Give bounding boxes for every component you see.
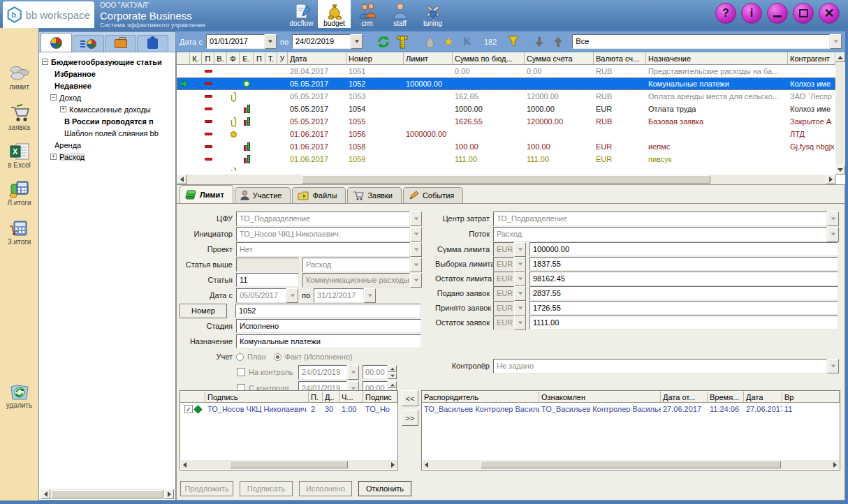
- table-row[interactable]: 05.05.20171053 162.65 12000.00RUB Оплата…: [177, 90, 835, 103]
- limit-sum-currency-select[interactable]: EUR: [493, 242, 526, 257]
- cost-center-value[interactable]: ТО_Подразделение: [493, 212, 827, 226]
- header-cell-purpose[interactable]: Назначение: [646, 52, 788, 65]
- header-cell-time2[interactable]: Вр: [782, 391, 840, 403]
- flow-value[interactable]: Расход: [493, 227, 827, 242]
- header-cell-t[interactable]: Т.: [265, 52, 277, 65]
- limit-date-from-picker[interactable]: 05/05/2017: [236, 288, 298, 303]
- dropdown-arrow-icon[interactable]: [410, 273, 422, 288]
- limit-date-from-value[interactable]: 05/05/2017: [236, 288, 286, 303]
- dropdown-arrow-icon[interactable]: [514, 301, 526, 316]
- signature-row[interactable]: ✓ ТО_Носов ЧКЦ Николаевич 2 30 1:00 ТО_Н…: [180, 403, 397, 415]
- hot-filter-button[interactable]: [422, 36, 437, 48]
- purpose-field[interactable]: Комунальные платежи: [236, 334, 421, 348]
- project-value[interactable]: Нет: [236, 242, 410, 257]
- table-row[interactable]: 05.05.20171055 1626.55 120000.00RUB Базо…: [177, 115, 835, 128]
- header-cell-h[interactable]: Ч...: [339, 391, 363, 403]
- collapse-icon[interactable]: −: [42, 59, 48, 65]
- article-name-select[interactable]: Коммуникационные расходы: [302, 273, 422, 288]
- filter-button[interactable]: [506, 36, 521, 47]
- header-cell-f[interactable]: Ф: [227, 52, 240, 65]
- requests-submitted-currency-select[interactable]: EUR: [493, 286, 526, 301]
- tree-tab-reports[interactable]: [73, 35, 104, 52]
- project-select[interactable]: Нет: [236, 242, 422, 257]
- header-cell-time[interactable]: Время...: [708, 391, 744, 403]
- article-above-flow-value[interactable]: Расход: [302, 258, 410, 272]
- tree-node-merge-template[interactable]: Шаблон полей слияния bb: [42, 127, 174, 139]
- tree-node-root[interactable]: − Бюджетообразующие статьи: [42, 56, 174, 68]
- header-cell-acknowledged[interactable]: Ознакомлен: [539, 391, 661, 403]
- limit-usage-currency-select[interactable]: EUR: [493, 257, 526, 272]
- plan-radio[interactable]: [236, 353, 244, 361]
- dropdown-arrow-icon[interactable]: [514, 286, 526, 301]
- date-from-value[interactable]: 01/01/2017: [206, 34, 265, 49]
- dropdown-arrow-icon[interactable]: [286, 288, 298, 303]
- on-control-checkbox[interactable]: [237, 368, 245, 376]
- header-cell-date[interactable]: Дата: [744, 391, 782, 403]
- header-cell-contragent[interactable]: Контрагент: [788, 52, 835, 65]
- table-horizontal-scrollbar[interactable]: [177, 175, 835, 184]
- fact-radio[interactable]: [274, 353, 282, 361]
- controller-value[interactable]: Не задано: [493, 359, 827, 373]
- table-row[interactable]: 01.06.20171056 1000000.00 ЛТД: [177, 128, 835, 140]
- requests-submitted-field[interactable]: 2837.55: [529, 286, 838, 300]
- reject-button[interactable]: Отклонить: [358, 481, 411, 496]
- header-cell-manager[interactable]: Распорядитель: [422, 391, 539, 403]
- scrollbar-thumb[interactable]: [481, 461, 780, 468]
- sidebar-item-delete[interactable]: удалить: [0, 383, 38, 409]
- scroll-right-button[interactable]: [164, 489, 174, 499]
- table-row[interactable]: 05.05.20171054 1000.00 1000.00EUR Отлата…: [177, 103, 835, 115]
- header-cell-e[interactable]: Е.: [240, 52, 254, 65]
- header-cell-signature[interactable]: Подпись: [205, 391, 309, 403]
- manager-row[interactable]: ТО_Васильев Контролер Васильевич ТО_Васи…: [422, 403, 840, 415]
- tab-requests[interactable]: Заявки: [347, 187, 402, 203]
- table-row[interactable]: 28.04.20171051 0.00 0.00RUB Представител…: [177, 65, 835, 77]
- sign-button[interactable]: Подписать: [240, 481, 293, 496]
- scroll-left-icon[interactable]: [425, 462, 428, 468]
- date-to-picker[interactable]: 24/02/2019: [292, 34, 363, 49]
- on-control-time-spinner[interactable]: 00:00: [363, 365, 397, 379]
- header-cell-p[interactable]: П.: [309, 391, 323, 403]
- header-cell-p2[interactable]: П: [254, 52, 265, 65]
- dropdown-arrow-icon[interactable]: [830, 34, 842, 49]
- header-cell-number[interactable]: Номер: [346, 52, 404, 65]
- initiator-value[interactable]: ТО_Носов ЧКЦ Николаевич.: [236, 227, 410, 242]
- cost-center-select[interactable]: ТО_Подразделение: [493, 212, 839, 226]
- limit-sum-field[interactable]: 100000.00: [529, 242, 838, 256]
- measure-button[interactable]: [395, 35, 410, 49]
- limit-rest-field[interactable]: 98162.45: [529, 272, 838, 286]
- dropdown-arrow-icon[interactable]: [410, 212, 422, 226]
- header-cell-date-from[interactable]: Дата от...: [661, 391, 708, 403]
- tree-node-expense[interactable]: + Расход: [42, 151, 174, 163]
- tree-tab-plugins[interactable]: [137, 35, 168, 52]
- currency-value[interactable]: EUR: [493, 272, 514, 286]
- header-cell-limit[interactable]: Лимит: [404, 52, 453, 65]
- tab-files[interactable]: Файлы: [292, 187, 346, 203]
- date-from-picker[interactable]: 01/01/2017: [206, 34, 277, 49]
- requests-rest-field[interactable]: 1111.00: [529, 316, 838, 329]
- signed-checkbox[interactable]: ✓: [184, 405, 193, 413]
- scroll-right-icon[interactable]: [833, 462, 837, 468]
- dropdown-arrow-icon[interactable]: [410, 258, 422, 272]
- scroll-down-button[interactable]: [835, 165, 845, 175]
- header-cell-k[interactable]: К.: [190, 52, 202, 65]
- currency-value[interactable]: EUR: [493, 242, 514, 257]
- header-cell-p1[interactable]: П: [202, 52, 214, 65]
- tree-node-russia-news[interactable]: В России проводятся п: [42, 115, 174, 127]
- scroll-left-button[interactable]: [41, 489, 50, 499]
- dropdown-arrow-icon[interactable]: [364, 288, 376, 303]
- help-button[interactable]: ?: [715, 3, 736, 24]
- control-filter-button[interactable]: K: [460, 36, 475, 47]
- expand-icon[interactable]: +: [50, 154, 57, 160]
- dropdown-arrow-icon[interactable]: [347, 365, 359, 380]
- dropdown-arrow-icon[interactable]: [265, 34, 277, 49]
- dropdown-arrow-icon[interactable]: [514, 257, 526, 272]
- propose-button[interactable]: Предложить: [180, 481, 233, 496]
- sidebar-item-limit-totals[interactable]: Л.итоги: [0, 180, 38, 207]
- scroll-up-button[interactable]: [835, 52, 845, 62]
- controller-select[interactable]: Не задано: [493, 359, 839, 373]
- maximize-button[interactable]: [793, 3, 814, 24]
- table-row[interactable]: 01.06.20171059 111.00 111.00EUR пивсук: [177, 153, 835, 165]
- dropdown-arrow-icon[interactable]: [410, 242, 422, 257]
- scrollbar-thumb[interactable]: [51, 490, 163, 498]
- currency-value[interactable]: EUR: [493, 286, 514, 301]
